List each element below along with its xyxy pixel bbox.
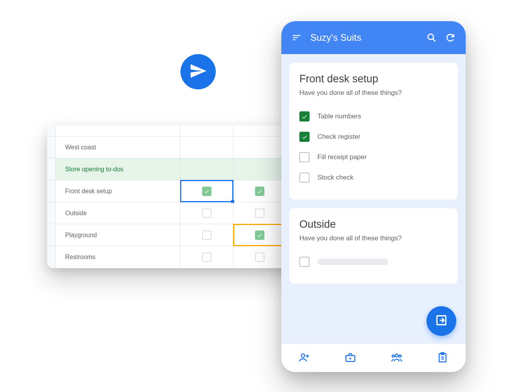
checklist-item-label: Fill receipt paper <box>317 153 367 161</box>
checkbox-cell[interactable] <box>233 224 286 246</box>
clipboard-icon <box>437 358 448 365</box>
checkbox-checked-icon <box>255 230 264 240</box>
svg-point-3 <box>301 354 305 357</box>
enter-icon <box>435 314 448 328</box>
checkbox-empty-icon <box>202 252 211 262</box>
checkbox-cell[interactable] <box>233 180 286 202</box>
checklist-card: Front desk setup Have you done all of th… <box>289 63 458 200</box>
group-icon <box>391 358 403 365</box>
checkbox-cell[interactable] <box>233 202 286 224</box>
checklist-item-label: Stock check <box>317 174 353 181</box>
app-body: Front desk setup Have you done all of th… <box>281 54 466 344</box>
card-title: Front desk setup <box>299 73 448 85</box>
checklist-item[interactable]: Table numbers <box>299 106 448 127</box>
checklist-item[interactable]: Check register <box>299 127 448 147</box>
checklist-item[interactable]: Stock check <box>299 167 448 188</box>
checkbox-cell[interactable] <box>180 246 233 268</box>
svg-point-7 <box>399 355 401 357</box>
checkbox-empty-icon <box>299 172 310 183</box>
skeleton-placeholder <box>317 259 388 265</box>
checkbox-empty-icon <box>299 257 310 267</box>
bottom-nav <box>281 344 466 372</box>
sort-menu-icon[interactable] <box>292 33 302 43</box>
checkbox-empty-icon <box>299 152 310 162</box>
card-subtitle: Have you done all of these things? <box>299 234 448 242</box>
checkbox-empty-icon <box>202 230 211 240</box>
card-title: Outside <box>299 218 448 230</box>
checklist-item-label: Table numbers <box>317 113 361 120</box>
checklist-item-label: Check register <box>317 133 361 141</box>
checkbox-empty-icon <box>255 209 264 218</box>
nav-group[interactable] <box>391 352 403 365</box>
nav-person-add[interactable] <box>299 352 310 365</box>
mobile-app-preview: Suzy's Suits Front desk setup Have you d… <box>281 21 466 372</box>
row-label: Playground <box>56 224 180 246</box>
checkbox-cell[interactable] <box>180 224 233 246</box>
checklist-item[interactable] <box>299 252 448 272</box>
region-label: West coast <box>56 136 180 158</box>
svg-point-0 <box>428 34 434 40</box>
submit-fab[interactable] <box>426 306 456 336</box>
send-plane-badge <box>180 54 216 89</box>
person-add-icon <box>299 358 310 365</box>
row-label: Restrooms <box>56 246 180 268</box>
svg-point-6 <box>392 355 394 357</box>
checklist-item[interactable]: Fill receipt paper <box>299 147 448 167</box>
search-icon[interactable] <box>426 33 437 43</box>
refresh-icon[interactable] <box>445 33 455 43</box>
app-title: Suzy's Suits <box>310 32 418 43</box>
row-label: Front desk setup <box>56 180 180 202</box>
checkbox-checked-icon <box>255 187 264 196</box>
svg-line-1 <box>433 39 435 42</box>
nav-clipboard[interactable] <box>437 352 448 365</box>
checkbox-checked-icon <box>202 187 211 196</box>
briefcase-icon <box>344 358 356 365</box>
checklist-card: Outside Have you done all of these thing… <box>289 208 458 284</box>
row-label: Outside <box>56 202 180 224</box>
checkbox-cell[interactable] <box>180 180 233 202</box>
app-topbar: Suzy's Suits <box>281 21 466 54</box>
nav-briefcase[interactable] <box>344 352 356 365</box>
checkbox-cell[interactable] <box>180 202 233 224</box>
checkbox-empty-icon <box>202 209 211 218</box>
checkbox-checked-icon <box>299 132 310 142</box>
paper-plane-icon <box>189 62 207 82</box>
checkbox-cell[interactable] <box>233 246 286 268</box>
checkbox-checked-icon <box>299 111 310 122</box>
checkbox-empty-icon <box>255 252 264 262</box>
section-title: Store opening to-dos <box>56 158 180 180</box>
card-subtitle: Have you done all of these things? <box>299 89 448 97</box>
svg-point-5 <box>395 354 398 357</box>
